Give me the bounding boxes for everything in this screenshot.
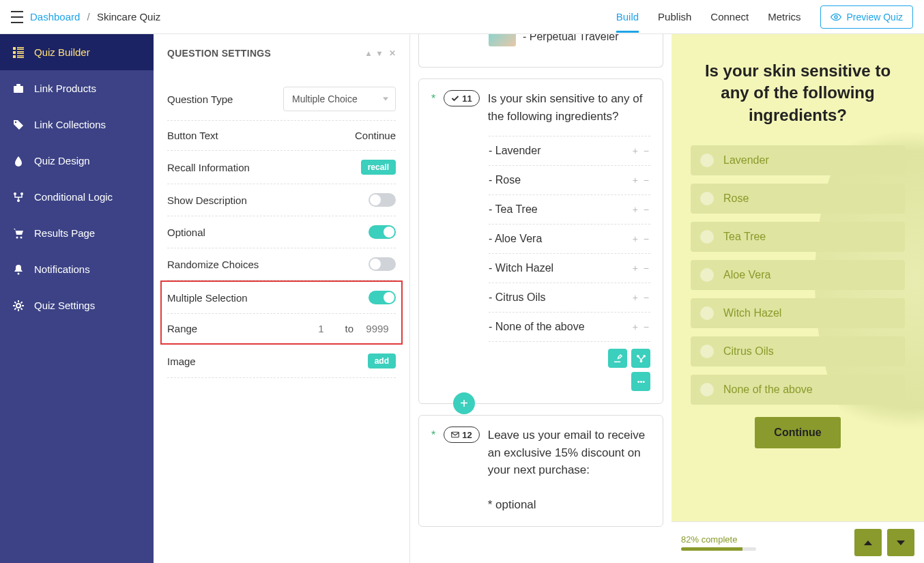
image-label: Image — [167, 356, 196, 367]
question-settings-button[interactable] — [608, 349, 627, 368]
question-type-select[interactable]: Multiple Choice — [283, 87, 396, 111]
sidebar-item-link-collections[interactable]: Link Collections — [0, 106, 154, 143]
question-card-11[interactable]: * 11 Is your skin sensitive to any of th… — [418, 78, 663, 404]
add-choice-icon[interactable]: + — [633, 204, 639, 215]
remove-choice-icon[interactable]: − — [644, 321, 650, 332]
sidebar-item-label: Quiz Settings — [34, 300, 95, 311]
svg-point-24 — [640, 381, 642, 383]
choice-row[interactable]: - None of the above+ − — [489, 313, 650, 342]
preview-choice-label: Rose — [723, 192, 749, 205]
sidebar-item-label: Results Page — [34, 227, 95, 239]
add-choice-icon[interactable]: + — [633, 292, 639, 303]
preview-choice[interactable]: Aloe Vera — [691, 260, 905, 290]
remove-choice-icon[interactable]: − — [644, 204, 650, 215]
preview-choice-label: None of the above — [723, 384, 813, 396]
svg-point-12 — [15, 121, 16, 122]
svg-rect-3 — [17, 48, 24, 50]
remove-choice-icon[interactable]: − — [644, 175, 650, 186]
preview-choice[interactable]: Tea Tree — [691, 222, 905, 252]
add-image-button[interactable]: add — [368, 353, 396, 369]
cart-icon — [12, 228, 25, 239]
radio-icon — [700, 306, 714, 320]
close-icon[interactable]: ✕ — [389, 48, 396, 58]
question-text[interactable]: Leave us your email to receive an exclus… — [488, 429, 646, 476]
bell-icon — [12, 264, 25, 275]
recall-label: Recall Information — [167, 162, 250, 173]
question-card-12[interactable]: * 12 Leave us your email to receive an e… — [418, 415, 663, 527]
tab-metrics[interactable]: Metrics — [768, 11, 800, 23]
add-choice-icon[interactable]: + — [633, 321, 639, 332]
choice-row[interactable]: - Tea Tree+ − — [489, 195, 650, 225]
breadcrumb-root[interactable]: Dashboard — [30, 11, 80, 23]
tab-publish[interactable]: Publish — [658, 11, 691, 23]
question-logic-button[interactable] — [631, 349, 650, 368]
svg-rect-2 — [17, 47, 24, 48]
sidebar-item-link-products[interactable]: Link Products — [0, 70, 154, 106]
show-description-toggle[interactable] — [369, 193, 396, 207]
sidebar-item-results-page[interactable]: Results Page — [0, 215, 154, 251]
eye-icon — [831, 12, 841, 23]
svg-point-0 — [835, 16, 837, 18]
preview-choice[interactable]: Witch Hazel — [691, 298, 905, 328]
envelope-icon — [451, 431, 459, 439]
randomize-choices-label: Randomize Choices — [167, 259, 259, 270]
button-text-value[interactable]: Continue — [355, 130, 396, 141]
choice-label: - Witch Hazel — [489, 262, 553, 274]
sidebar-item-label: Notifications — [34, 263, 90, 275]
sidebar-item-notifications[interactable]: Notifications — [0, 251, 154, 287]
multiple-selection-toggle[interactable] — [369, 291, 396, 304]
range-from-input[interactable] — [302, 323, 339, 334]
caret-up-icon[interactable]: ▴ — [366, 48, 371, 58]
sidebar-item-label: Link Products — [34, 83, 96, 94]
choice-row[interactable]: - Citrus Oils+ − — [489, 283, 650, 313]
question-card-prev[interactable]: - Perpetual Traveler — [418, 34, 663, 68]
sidebar-item-quiz-builder[interactable]: Quiz Builder — [0, 34, 154, 70]
preview-prev-button[interactable] — [854, 529, 882, 556]
preview-quiz-label: Preview Quiz — [847, 12, 903, 23]
radio-icon — [700, 383, 714, 396]
range-to-input[interactable] — [359, 323, 396, 334]
svg-rect-7 — [13, 55, 16, 58]
settings-header: QUESTION SETTINGS — [167, 48, 271, 59]
choice-list: - Lavender+ − - Rose+ − - Tea Tree+ − - … — [489, 136, 650, 342]
remove-choice-icon[interactable]: − — [644, 263, 650, 274]
sidebar-item-quiz-settings[interactable]: Quiz Settings — [0, 287, 154, 323]
choice-row[interactable]: - Witch Hazel+ − — [489, 254, 650, 283]
sidebar-item-conditional-logic[interactable]: Conditional Logic — [0, 179, 154, 215]
question-number: 11 — [462, 93, 472, 104]
preview-quiz-button[interactable]: Preview Quiz — [820, 5, 913, 29]
preview-choice[interactable]: None of the above — [691, 375, 905, 405]
quiz-preview-pane: Is your skin sensitive to any of the fol… — [672, 34, 924, 563]
svg-rect-1 — [13, 47, 16, 50]
preview-choice[interactable]: Citrus Oils — [691, 336, 905, 366]
preview-choice[interactable]: Rose — [691, 184, 905, 214]
hamburger-icon[interactable] — [11, 11, 23, 23]
choice-row[interactable]: - Lavender+ − — [489, 136, 650, 166]
tab-build[interactable]: Build — [616, 11, 639, 23]
question-number: 12 — [462, 430, 472, 440]
tab-connect[interactable]: Connect — [710, 11, 749, 23]
preview-choice-label: Lavender — [723, 154, 769, 167]
preview-continue-button[interactable]: Continue — [755, 417, 840, 448]
add-question-button[interactable]: + — [453, 392, 475, 414]
add-choice-icon[interactable]: + — [633, 233, 639, 244]
sidebar-item-quiz-design[interactable]: Quiz Design — [0, 143, 154, 179]
remove-choice-icon[interactable]: − — [644, 292, 650, 303]
svg-point-19 — [16, 304, 20, 308]
add-choice-icon[interactable]: + — [633, 175, 639, 186]
add-choice-icon[interactable]: + — [633, 263, 639, 274]
preview-choice[interactable]: Lavender — [691, 145, 905, 175]
choice-row[interactable]: - Aloe Vera+ − — [489, 225, 650, 254]
question-more-button[interactable] — [631, 372, 650, 391]
choice-row[interactable]: - Rose+ − — [489, 166, 650, 195]
caret-down-icon[interactable]: ▾ — [377, 48, 381, 58]
choice-label: - Aloe Vera — [489, 233, 542, 245]
question-text[interactable]: Is your skin sensitive to any of the fol… — [488, 90, 650, 125]
remove-choice-icon[interactable]: − — [644, 145, 650, 156]
optional-toggle[interactable] — [369, 225, 396, 239]
preview-next-button[interactable] — [887, 529, 914, 556]
add-choice-icon[interactable]: + — [633, 145, 639, 156]
remove-choice-icon[interactable]: − — [644, 233, 650, 244]
randomize-choices-toggle[interactable] — [369, 257, 396, 271]
recall-button[interactable]: recall — [361, 160, 396, 175]
